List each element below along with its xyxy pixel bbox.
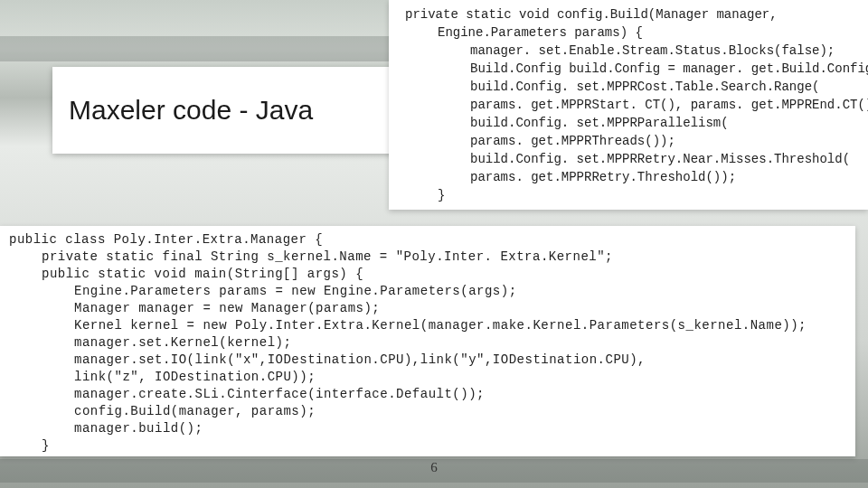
code-line: manager.create.SLi.Cinterface(interface.… <box>9 386 846 403</box>
code-line: Kernel kernel = new Poly.Inter.Extra.Ker… <box>9 317 846 334</box>
slide-stage: Maxeler code - Java private static void … <box>0 0 868 488</box>
code-line: manager. set.Enable.Stream.Status.Blocks… <box>405 42 859 60</box>
code-block-top: private static void config.Build(Manager… <box>389 0 868 210</box>
code-line: params. get.MPPRThreads()); <box>405 132 859 150</box>
code-line: Manager manager = new Manager(params); <box>9 300 846 317</box>
code-line: build.Config. set.MPPRCost.Table.Search.… <box>405 78 859 96</box>
code-line: params. get.MPPRStart. CT(), params. get… <box>405 96 859 114</box>
slide-number: 6 <box>0 460 868 475</box>
slide-title: Maxeler code - Java <box>69 95 313 126</box>
code-line: public static void main(String[] args) { <box>9 266 846 283</box>
code-line: Build.Config build.Config = manager. get… <box>405 60 859 78</box>
code-line: private static final String s_kernel.Nam… <box>9 249 846 266</box>
code-line: manager.set.IO(link("x",IODestination.CP… <box>9 352 846 369</box>
code-line: Engine.Parameters params = new Engine.Pa… <box>9 283 846 300</box>
code-line: params. get.MPPRRetry.Threshold()); <box>405 168 859 186</box>
code-line: build.Config. set.MPPRParallelism( <box>405 114 859 132</box>
code-line: config.Build(manager, params); <box>9 403 846 420</box>
title-card: Maxeler code - Java <box>52 67 394 154</box>
code-line: } <box>9 437 846 455</box>
code-line: link("z", IODestination.CPU)); <box>9 369 846 386</box>
code-line: manager.build(); <box>9 420 846 437</box>
code-line: Engine.Parameters params) { <box>405 23 859 42</box>
code-line: build.Config. set.MPPRRetry.Near.Misses.… <box>405 150 859 168</box>
code-block-bottom: public class Poly.Inter.Extra.Manager {p… <box>0 226 855 456</box>
code-line: } <box>405 186 859 204</box>
code-line: public class Poly.Inter.Extra.Manager { <box>9 231 846 249</box>
code-line: private static void config.Build(Manager… <box>405 5 859 23</box>
code-line: manager.set.Kernel(kernel); <box>9 334 846 352</box>
